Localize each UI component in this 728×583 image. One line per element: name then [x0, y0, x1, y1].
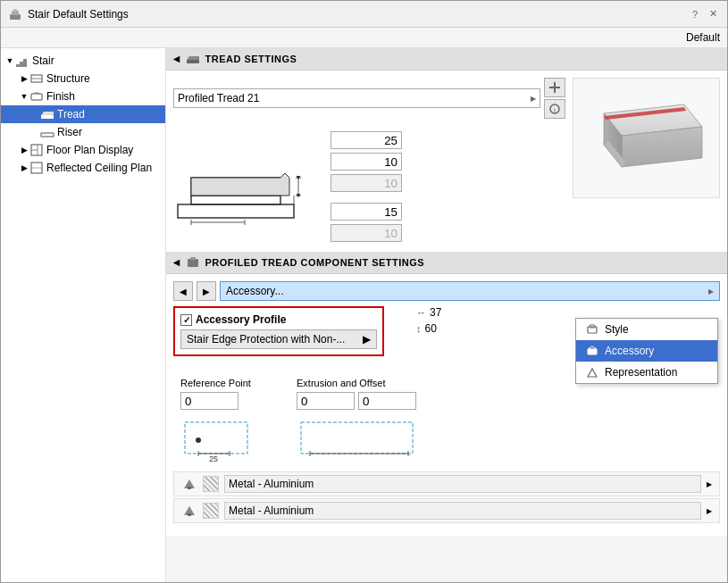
- tread-type-dropdown[interactable]: Profiled Tread 21 ▶: [173, 88, 540, 108]
- ref-input-row: [180, 392, 261, 410]
- svg-rect-22: [191, 196, 280, 204]
- sidebar-item-finish[interactable]: ▼ Finish: [1, 87, 165, 105]
- tread-settings-body: Profiled Tread 21 ▶ i: [166, 71, 727, 252]
- reflected-icon: [29, 161, 44, 175]
- input-v5: [331, 224, 402, 242]
- accessory-sub-dropdown[interactable]: Stair Edge Protection with Non-... ▶: [180, 329, 377, 349]
- svg-rect-3: [16, 64, 20, 67]
- tread-section-toggle[interactable]: ◀: [173, 54, 180, 63]
- material-texture-1: [203, 476, 219, 492]
- nav-prev-button[interactable]: ◀: [173, 281, 193, 301]
- window-controls: ? ✕: [688, 7, 720, 21]
- sidebar-item-riser[interactable]: ▶ Riser: [1, 123, 165, 141]
- svg-rect-38: [185, 422, 247, 454]
- extrusion-input-1[interactable]: [297, 392, 355, 410]
- value-row-1: ↔ 37: [416, 306, 441, 319]
- content-area: ▼ Stair ▶ Structure ▼ Finish: [1, 48, 727, 582]
- finish-icon: [29, 89, 44, 104]
- toggle-structure[interactable]: ▶: [19, 74, 29, 83]
- comp-type-dropdown[interactable]: Accessory... ▶: [220, 281, 720, 301]
- help-button[interactable]: ?: [688, 7, 702, 21]
- extrusion-label: Extrusion and Offset: [297, 378, 422, 388]
- riser-label: Riser: [57, 126, 82, 138]
- material-name-1: Metal - Aluminium: [224, 475, 701, 493]
- tread-settings-title: TREAD SETTINGS: [205, 54, 297, 64]
- sidebar-item-stair[interactable]: ▼ Stair: [1, 52, 165, 70]
- tread-diagram: [173, 124, 325, 245]
- header-bar: Default: [1, 28, 727, 48]
- accessory-sub-value: Stair Edge Protection with Non-...: [187, 333, 345, 346]
- popup-item-representation[interactable]: Representation: [576, 362, 717, 383]
- finish-label: Finish: [46, 90, 75, 103]
- sidebar-item-structure[interactable]: ▶ Structure: [1, 70, 165, 87]
- toggle-finish[interactable]: ▼: [19, 92, 29, 101]
- tread-3d-preview: [573, 78, 720, 198]
- materials-section: Metal - Aluminium ▶ Metal - Aluminium ▶: [173, 471, 720, 529]
- window-title: Stair Default Settings: [28, 8, 688, 21]
- close-button[interactable]: ✕: [706, 7, 720, 21]
- sidebar-item-reflected[interactable]: ▶ Reflected Ceiling Plan: [1, 159, 165, 177]
- svg-rect-52: [588, 349, 597, 354]
- popup-representation-label: Representation: [605, 366, 677, 379]
- material-paint-icon-2: [181, 503, 197, 519]
- tread-icon: [40, 107, 54, 121]
- svg-rect-36: [188, 259, 198, 267]
- material-name-2: Metal - Aluminium: [224, 502, 701, 520]
- popup-menu: Style Accessory Representation: [575, 318, 718, 384]
- floor-plan-label: Floor Plan Display: [46, 144, 133, 156]
- popup-accessory-label: Accessory: [605, 345, 654, 357]
- extrusion-section: Extrusion and Offset: [297, 378, 422, 462]
- svg-point-43: [196, 437, 201, 443]
- accessory-box: ✓ Accessory Profile Stair Edge Protectio…: [173, 306, 384, 356]
- sidebar-item-floorplan[interactable]: ▶ Floor Plan Display: [1, 141, 165, 159]
- popup-item-style[interactable]: Style: [576, 319, 717, 340]
- svg-rect-44: [301, 422, 413, 454]
- nav-next-button[interactable]: ▶: [197, 281, 216, 301]
- width-icon: ↔: [416, 307, 426, 318]
- value-2: 60: [425, 322, 437, 335]
- sidebar-item-tread[interactable]: ▶ Tread: [1, 105, 165, 123]
- structure-label: Structure: [46, 72, 90, 85]
- svg-rect-5: [23, 59, 27, 67]
- svg-rect-37: [190, 257, 196, 260]
- input-v2[interactable]: [331, 153, 402, 171]
- value-row-2: ↕ 60: [416, 322, 441, 335]
- svg-rect-4: [20, 62, 23, 67]
- svg-rect-18: [554, 82, 556, 93]
- material-arrow-1[interactable]: ▶: [707, 480, 712, 488]
- accessory-profile-row: ✓ Accessory Profile: [180, 313, 377, 326]
- svg-text:i: i: [554, 106, 556, 114]
- dropdown-arrow-icon: ▶: [531, 95, 536, 103]
- comp-section-toggle[interactable]: ◀: [173, 258, 180, 267]
- window-icon: [8, 7, 22, 21]
- tread-label: Tread: [57, 108, 85, 121]
- comp-settings-body: ◀ ▶ Accessory... ▶ ✓ Accessory Profile: [166, 274, 727, 536]
- toggle-stair[interactable]: ▼: [4, 56, 15, 65]
- extrusion-input-row: [297, 392, 422, 410]
- ref-diagram: 25: [180, 413, 261, 462]
- material-texture-2: [203, 503, 219, 519]
- comp-type-value: Accessory...: [226, 285, 283, 297]
- tread-btn1[interactable]: [544, 78, 565, 97]
- comp-settings-icon: [186, 255, 200, 270]
- material-arrow-2[interactable]: ▶: [707, 507, 712, 515]
- svg-rect-49: [188, 513, 191, 516]
- input-v4[interactable]: [331, 203, 402, 221]
- representation-icon: [585, 365, 599, 379]
- input-v1[interactable]: [331, 131, 402, 149]
- popup-item-accessory[interactable]: Accessory: [576, 340, 717, 362]
- ref-input[interactable]: [180, 392, 238, 410]
- svg-rect-10: [41, 133, 54, 137]
- extrusion-diagram: [297, 413, 422, 462]
- accessory-checkbox[interactable]: ✓: [180, 314, 192, 326]
- comp-settings-header: ◀ PROFILED TREAD COMPONENT SETTINGS: [166, 252, 727, 274]
- svg-rect-2: [13, 9, 17, 12]
- svg-rect-9: [41, 115, 54, 119]
- extrusion-input-2[interactable]: [358, 392, 416, 410]
- svg-rect-8: [31, 94, 42, 100]
- material-row-1: Metal - Aluminium ▶: [173, 471, 720, 496]
- tread-type-value: Profiled Tread 21: [178, 92, 259, 104]
- popup-style-label: Style: [605, 323, 629, 336]
- material-paint-icon-1: [181, 476, 197, 492]
- tread-btn2[interactable]: i: [544, 99, 565, 119]
